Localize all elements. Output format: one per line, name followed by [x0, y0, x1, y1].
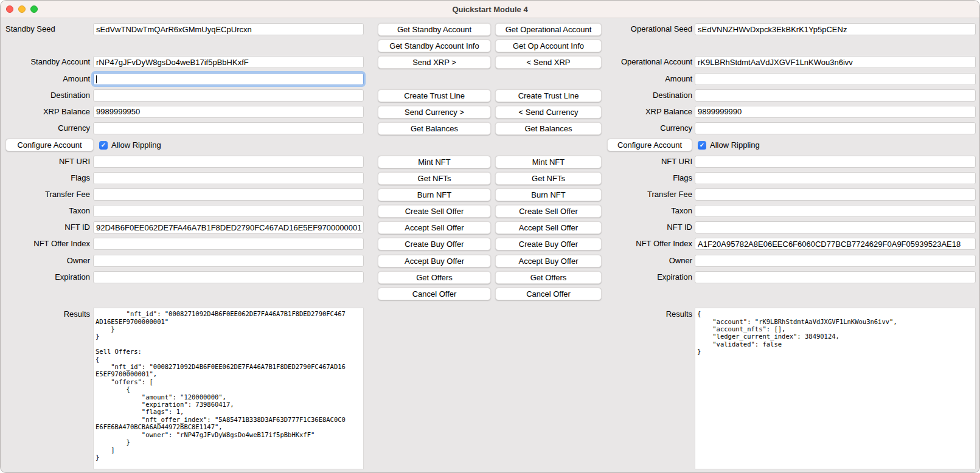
send-xrp-left-button[interactable]: < Send XRP	[495, 56, 602, 69]
get-standby-account-info-button[interactable]: Get Standby Account Info	[378, 40, 491, 52]
standby-expiration-input[interactable]	[93, 271, 364, 283]
standby-amount-label: Amount	[1, 73, 90, 85]
standby-get-nfts-button[interactable]: Get NFTs	[378, 172, 491, 185]
operational-currency-label: Currency	[602, 122, 692, 134]
standby-get-balances-button[interactable]: Get Balances	[378, 122, 491, 135]
operational-cancel-offer-button[interactable]: Cancel Offer	[495, 288, 602, 300]
standby-xrp-balance-label: XRP Balance	[1, 106, 90, 118]
standby-amount-field	[93, 73, 364, 86]
operational-allow-rippling-label: Allow Rippling	[710, 140, 760, 150]
operational-configure-row: Configure Account Allow Rippling	[602, 139, 976, 151]
operational-transfer-fee-input[interactable]	[695, 188, 976, 201]
standby-create-buy-offer-button[interactable]: Create Buy Offer	[378, 238, 491, 250]
standby-destination-input[interactable]	[93, 89, 364, 102]
standby-transfer-fee-input[interactable]	[93, 188, 364, 201]
operational-transfer-fee-label: Transfer Fee	[602, 188, 692, 201]
app-window: Quickstart Module 4 Standby Seed Get Sta…	[0, 0, 980, 473]
operational-taxon-input[interactable]	[695, 205, 976, 217]
standby-create-trust-line-button[interactable]: Create Trust Line	[378, 89, 491, 102]
standby-mint-nft-button[interactable]: Mint NFT	[378, 156, 491, 168]
operational-create-buy-offer-button[interactable]: Create Buy Offer	[495, 238, 602, 250]
operational-nft-id-input[interactable]	[695, 221, 976, 233]
get-operational-account-button[interactable]: Get Operational Account	[495, 23, 602, 36]
standby-get-offers-button[interactable]: Get Offers	[378, 271, 491, 284]
standby-taxon-input[interactable]	[93, 205, 364, 217]
standby-account-input[interactable]	[93, 56, 364, 68]
standby-amount-input[interactable]	[93, 73, 364, 85]
standby-currency-input[interactable]	[93, 122, 364, 134]
operational-configure-account-button[interactable]: Configure Account	[607, 139, 692, 151]
standby-cancel-offer-button[interactable]: Cancel Offer	[378, 288, 491, 300]
operational-allow-rippling-checkbox[interactable]	[698, 141, 706, 150]
operational-expiration-input[interactable]	[695, 271, 976, 283]
operational-currency-input[interactable]	[695, 122, 976, 134]
operational-create-trust-line-button[interactable]: Create Trust Line	[495, 89, 602, 102]
get-op-account-info-button[interactable]: Get Op Account Info	[495, 40, 602, 52]
operational-accept-buy-offer-button[interactable]: Accept Buy Offer	[495, 255, 602, 268]
standby-owner-input[interactable]	[93, 255, 364, 267]
operational-nft-uri-input[interactable]	[695, 156, 976, 168]
operational-nft-uri-label: NFT URI	[602, 156, 692, 168]
operational-nft-offer-index-label: NFT Offer Index	[602, 238, 692, 250]
operational-seed-label: Operational Seed	[602, 23, 692, 35]
operational-account-input[interactable]	[695, 56, 976, 68]
standby-nft-offer-index-input[interactable]	[93, 238, 364, 250]
operational-nft-id-label: NFT ID	[602, 221, 692, 233]
operational-xrp-balance-input[interactable]	[695, 106, 976, 118]
send-currency-left-button[interactable]: < Send Currency	[495, 106, 602, 119]
standby-create-sell-offer-button[interactable]: Create Sell Offer	[378, 205, 491, 218]
standby-nft-id-input[interactable]	[93, 221, 364, 233]
standby-allow-rippling-checkbox[interactable]	[99, 141, 108, 150]
fullscreen-button[interactable]	[30, 5, 38, 13]
operational-seed-input[interactable]	[695, 23, 976, 35]
operational-get-nfts-button[interactable]: Get NFTs	[495, 172, 602, 185]
close-button[interactable]	[6, 5, 13, 13]
standby-transfer-fee-label: Transfer Fee	[1, 188, 90, 201]
standby-allow-rippling-label: Allow Rippling	[111, 140, 161, 150]
operational-get-offers-button[interactable]: Get Offers	[495, 271, 602, 284]
standby-configure-row: Configure Account Allow Rippling	[1, 139, 364, 151]
standby-seed-input[interactable]	[93, 23, 364, 35]
operational-accept-sell-offer-button[interactable]: Accept Sell Offer	[495, 221, 602, 234]
standby-nft-uri-input[interactable]	[93, 156, 364, 168]
operational-destination-input[interactable]	[695, 89, 976, 102]
get-standby-account-button[interactable]: Get Standby Account	[378, 23, 491, 36]
standby-flags-input[interactable]	[93, 172, 364, 184]
standby-results-label: Results	[1, 304, 90, 320]
standby-accept-sell-offer-button[interactable]: Accept Sell Offer	[378, 221, 491, 234]
standby-owner-label: Owner	[1, 255, 90, 267]
operational-mint-nft-button[interactable]: Mint NFT	[495, 156, 602, 168]
operational-results-text[interactable]: { "account": "rK9LBRhStdmtAaVdJXGVF1LnKW…	[695, 308, 976, 469]
operational-expiration-label: Expiration	[602, 271, 692, 283]
titlebar: Quickstart Module 4	[1, 1, 979, 18]
operational-flags-label: Flags	[602, 172, 692, 184]
operational-owner-label: Owner	[602, 255, 692, 267]
operational-owner-input[interactable]	[695, 255, 976, 267]
operational-get-balances-button[interactable]: Get Balances	[495, 122, 602, 135]
operational-create-sell-offer-button[interactable]: Create Sell Offer	[495, 205, 602, 218]
operational-nft-offer-index-input[interactable]	[695, 238, 976, 250]
send-xrp-right-button[interactable]: Send XRP >	[378, 56, 491, 69]
operational-amount-input[interactable]	[695, 73, 976, 85]
operational-xrp-balance-label: XRP Balance	[602, 106, 692, 118]
standby-configure-account-button[interactable]: Configure Account	[5, 139, 94, 151]
standby-burn-nft-button[interactable]: Burn NFT	[378, 188, 491, 201]
standby-accept-buy-offer-button[interactable]: Accept Buy Offer	[378, 255, 491, 268]
standby-taxon-label: Taxon	[1, 205, 90, 217]
operational-amount-label: Amount	[602, 73, 692, 85]
standby-expiration-label: Expiration	[1, 271, 90, 283]
standby-currency-label: Currency	[1, 122, 90, 134]
standby-seed-label: Standby Seed	[1, 23, 90, 35]
standby-xrp-balance-input[interactable]	[93, 106, 364, 118]
standby-allow-rippling-group: Allow Rippling	[99, 140, 161, 150]
standby-results-text[interactable]: "nft_id": "0008271092D4B6F0EE062DE7FA46A…	[93, 308, 364, 469]
minimize-button[interactable]	[18, 5, 26, 13]
standby-flags-label: Flags	[1, 172, 90, 184]
operational-results-label: Results	[602, 304, 692, 320]
operational-destination-label: Destination	[602, 89, 692, 102]
operational-account-label: Operational Account	[602, 56, 692, 68]
operational-burn-nft-button[interactable]: Burn NFT	[495, 188, 602, 201]
send-currency-right-button[interactable]: Send Currency >	[378, 106, 491, 119]
standby-nft-uri-label: NFT URI	[1, 156, 90, 168]
operational-flags-input[interactable]	[695, 172, 976, 184]
